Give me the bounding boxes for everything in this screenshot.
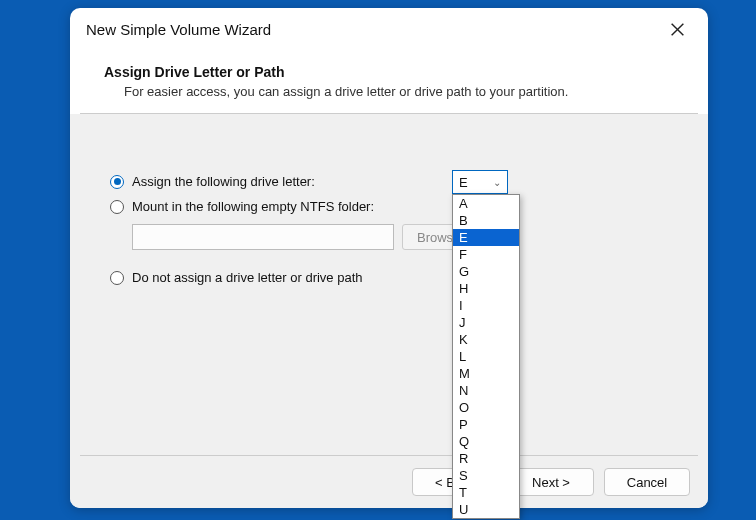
drive-option-N[interactable]: N [453, 382, 519, 399]
folder-path-input[interactable] [132, 224, 394, 250]
mount-folder-row: Browse... [132, 224, 676, 250]
radio-mount-folder[interactable] [110, 200, 124, 214]
label-assign-letter: Assign the following drive letter: [132, 174, 315, 189]
drive-option-B[interactable]: B [453, 212, 519, 229]
drive-letter-value: E [459, 175, 468, 190]
drive-option-K[interactable]: K [453, 331, 519, 348]
drive-option-H[interactable]: H [453, 280, 519, 297]
wizard-content: Assign the following drive letter: Mount… [70, 114, 708, 508]
cancel-button[interactable]: Cancel [604, 468, 690, 496]
drive-option-J[interactable]: J [453, 314, 519, 331]
drive-letter-dropdown[interactable]: ABEFGHIJKLMNOPQRSTU [452, 194, 520, 519]
drive-option-R[interactable]: R [453, 450, 519, 467]
option-no-assign[interactable]: Do not assign a drive letter or drive pa… [110, 270, 676, 285]
drive-option-I[interactable]: I [453, 297, 519, 314]
drive-option-E[interactable]: E [453, 229, 519, 246]
wizard-header: Assign Drive Letter or Path For easier a… [70, 48, 708, 113]
drive-option-P[interactable]: P [453, 416, 519, 433]
drive-option-M[interactable]: M [453, 365, 519, 382]
close-button[interactable] [666, 18, 688, 40]
next-button[interactable]: Next > [508, 468, 594, 496]
drive-letter-select[interactable]: E ⌄ [452, 170, 508, 194]
close-icon [671, 23, 684, 36]
drive-option-A[interactable]: A [453, 195, 519, 212]
wizard-dialog: New Simple Volume Wizard Assign Drive Le… [70, 8, 708, 508]
drive-option-L[interactable]: L [453, 348, 519, 365]
page-subheading: For easier access, you can assign a driv… [104, 84, 674, 99]
drive-option-Q[interactable]: Q [453, 433, 519, 450]
drive-option-F[interactable]: F [453, 246, 519, 263]
footer-divider [80, 455, 698, 456]
drive-option-T[interactable]: T [453, 484, 519, 501]
drive-option-O[interactable]: O [453, 399, 519, 416]
chevron-down-icon: ⌄ [493, 177, 501, 188]
label-no-assign: Do not assign a drive letter or drive pa… [132, 270, 363, 285]
drive-option-G[interactable]: G [453, 263, 519, 280]
radio-assign-letter[interactable] [110, 175, 124, 189]
option-mount-folder[interactable]: Mount in the following empty NTFS folder… [110, 199, 676, 214]
option-assign-letter[interactable]: Assign the following drive letter: [110, 174, 676, 189]
page-heading: Assign Drive Letter or Path [104, 64, 674, 80]
window-title: New Simple Volume Wizard [86, 21, 271, 38]
radio-no-assign[interactable] [110, 271, 124, 285]
drive-option-U[interactable]: U [453, 501, 519, 518]
titlebar: New Simple Volume Wizard [70, 8, 708, 48]
drive-option-S[interactable]: S [453, 467, 519, 484]
drive-letter-select-wrap: E ⌄ [452, 170, 508, 194]
label-mount-folder: Mount in the following empty NTFS folder… [132, 199, 374, 214]
